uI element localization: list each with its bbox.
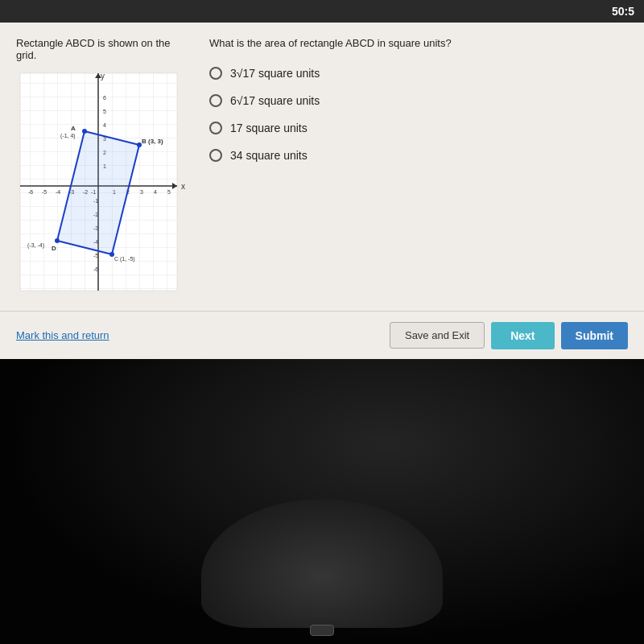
svg-text:-5: -5 <box>42 189 47 195</box>
quiz-area: Rectangle ABCD is shown on the grid. <box>0 23 644 359</box>
svg-text:5: 5 <box>103 109 106 114</box>
screen: 50:5 Rectangle ABCD is shown on the grid… <box>0 0 644 644</box>
mark-return-button[interactable]: Mark this and return <box>16 329 109 341</box>
submit-button[interactable]: Submit <box>561 322 628 349</box>
svg-text:5: 5 <box>167 189 171 195</box>
timer-display: 50:5 <box>612 5 634 18</box>
top-bar: 50:5 <box>0 0 644 23</box>
options-list: 3√17 square units 6√17 square units 17 s… <box>209 67 628 162</box>
option-label-3: 17 square units <box>230 122 308 134</box>
problem-description: Rectangle ABCD is shown on the grid. <box>16 37 193 61</box>
svg-text:C (1, -5): C (1, -5) <box>114 256 135 262</box>
svg-text:-4: -4 <box>56 189 60 195</box>
option-1[interactable]: 3√17 square units <box>209 67 628 80</box>
svg-text:(-1, 4): (-1, 4) <box>60 133 76 139</box>
svg-text:y: y <box>101 72 105 80</box>
coordinate-grid: x y -6 -5 -4 -3 -2 -1 1 2 3 <box>16 69 185 303</box>
point-d <box>55 238 60 243</box>
radio-opt1[interactable] <box>209 67 222 80</box>
camera-button <box>310 625 334 636</box>
svg-text:3: 3 <box>140 189 143 195</box>
option-label-1: 3√17 square units <box>230 67 320 80</box>
point-a <box>82 129 87 134</box>
quiz-content: Rectangle ABCD is shown on the grid. <box>0 23 644 311</box>
svg-text:(-3, -4): (-3, -4) <box>27 242 44 249</box>
left-panel: Rectangle ABCD is shown on the grid. <box>16 37 193 303</box>
svg-text:4: 4 <box>103 122 106 128</box>
svg-text:4: 4 <box>154 189 157 195</box>
option-2[interactable]: 6√17 square units <box>209 94 628 107</box>
svg-text:-6: -6 <box>93 266 98 272</box>
svg-text:B (3, 3): B (3, 3) <box>142 138 163 145</box>
option-label-4: 34 square units <box>230 149 308 162</box>
radio-opt4[interactable] <box>209 149 222 162</box>
radio-opt3[interactable] <box>209 122 222 134</box>
svg-text:-6: -6 <box>28 189 33 195</box>
option-4[interactable]: 34 square units <box>209 149 628 162</box>
next-button[interactable]: Next <box>491 322 554 349</box>
svg-text:A: A <box>71 125 76 132</box>
svg-text:6: 6 <box>103 95 106 101</box>
option-label-2: 6√17 square units <box>230 94 320 107</box>
svg-text:D: D <box>52 245 56 252</box>
option-3[interactable]: 17 square units <box>209 122 628 134</box>
svg-text:x: x <box>181 182 185 191</box>
grid-container: x y -6 -5 -4 -3 -2 -1 1 2 3 <box>16 69 185 303</box>
radio-opt2[interactable] <box>209 94 222 107</box>
bottom-buttons: Save and Exit Next Submit <box>390 322 628 349</box>
question-text: What is the area of rectangle ABCD in sq… <box>209 37 628 49</box>
bottom-bar: Mark this and return Save and Exit Next … <box>0 311 644 359</box>
save-exit-button[interactable]: Save and Exit <box>390 322 485 349</box>
svg-text:-5: -5 <box>93 253 98 258</box>
right-panel: What is the area of rectangle ABCD in sq… <box>209 37 628 303</box>
camera-area <box>0 359 644 644</box>
